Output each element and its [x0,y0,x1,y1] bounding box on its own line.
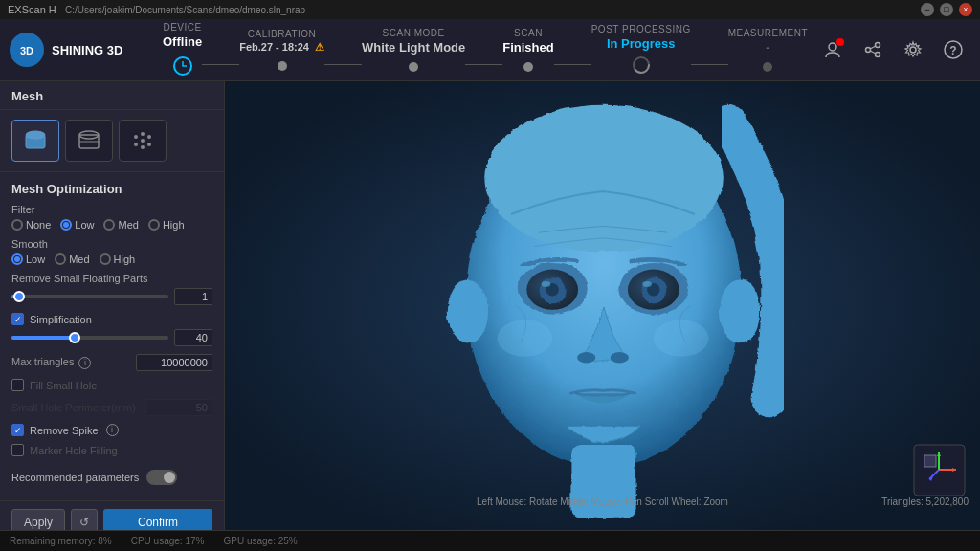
filter-row: Filter None Low Med [11,204,212,231]
svg-point-19 [134,135,138,139]
step-post-processing[interactable]: Post Processing In Progress [591,24,691,77]
filter-low[interactable]: Low [60,219,94,231]
simplification-checkbox[interactable] [11,313,24,325]
memory-status: Remaining memory: 8% [10,536,112,546]
hole-perimeter-input[interactable] [145,399,212,416]
svg-point-27 [483,103,723,251]
filter-high[interactable]: High [148,219,185,231]
step-scan-mode[interactable]: Scan Mode White Light Mode [362,28,465,72]
axis-svg [913,444,966,496]
smooth-low-radio[interactable] [11,253,23,265]
step-dot-calibration [278,61,287,71]
fill-hole-checkbox-row[interactable]: Fill Small Hole [11,379,212,391]
reset-button[interactable]: ↺ [71,509,98,530]
remove-floating-thumb[interactable] [13,291,25,302]
mesh-points-button[interactable] [119,120,167,162]
mesh-wireframe-button[interactable] [65,120,113,162]
smooth-radio-group: Low Med High [11,253,212,265]
marker-hole-checkbox[interactable] [11,444,24,456]
share-button[interactable] [858,34,888,65]
logo-text: SHINING 3D [52,43,122,57]
minimize-button[interactable]: − [921,3,934,16]
svg-point-21 [147,135,151,139]
remove-spike-checkbox-row[interactable]: Remove Spike i [11,424,212,436]
simplification-value[interactable]: 40 [174,329,212,346]
viewport-background [225,81,980,530]
fill-hole-checkbox[interactable] [11,379,24,391]
apply-button[interactable]: Apply [11,509,65,530]
max-triangles-info-icon: i [78,357,91,369]
window-controls: − □ × [921,3,972,16]
step-dot-measurement [763,62,772,72]
filter-none[interactable]: None [11,219,51,231]
sidebar-footer: Apply ↺ Confirm [0,500,224,530]
step-calibration[interactable]: Calibration Feb.27 - 18:24 ⚠ [239,29,324,71]
sidebar: Mesh [0,81,225,530]
simplification-row: Simplification 40 [11,313,212,346]
step-dot-scanmode [409,62,418,72]
close-button[interactable]: × [959,3,972,16]
simplification-thumb[interactable] [69,332,80,343]
svg-line-10 [870,51,876,54]
filter-low-radio[interactable] [60,219,72,231]
maximize-button[interactable]: □ [940,3,953,16]
header-icons: ? [817,34,980,65]
confirm-button[interactable]: Confirm [103,509,212,530]
svg-point-43 [718,278,758,342]
filter-high-radio[interactable] [148,219,160,231]
remove-floating-row: Remove Small Floating Parts 1 [11,273,212,305]
svg-point-22 [134,143,138,146]
step-dot-scan [523,62,533,72]
filter-med-radio[interactable] [103,219,115,231]
smooth-med-radio[interactable] [55,253,66,265]
filter-none-radio[interactable] [11,219,23,231]
optimization-title: Mesh Optimization [11,182,212,196]
gpu-status: GPU usage: 25% [223,536,297,546]
marker-hole-row: Marker Hole Filling [11,444,212,456]
statusbar: Remaining memory: 8% CPU usage: 17% GPU … [0,530,980,551]
viewport[interactable]: Left Mouse: Rotate Middle Mouse: Pan Scr… [225,81,980,530]
smooth-med[interactable]: Med [55,253,89,265]
svg-point-32 [541,281,550,287]
marker-hole-checkbox-row[interactable]: Marker Hole Filling [11,444,212,456]
step-device[interactable]: Device Offline [163,22,202,78]
hole-perimeter-input-row: Small Hole Perimeter(mm) [11,399,212,416]
warning-icon: ⚠ [315,41,324,54]
svg-rect-52 [924,455,936,467]
recommended-params-toggle[interactable] [146,470,177,485]
svg-point-40 [497,320,552,356]
step-scan[interactable]: Scan Finished [502,28,553,72]
svg-point-15 [26,131,45,139]
simplification-track[interactable] [11,336,168,340]
remove-spike-info-icon: i [106,424,119,436]
max-triangles-input[interactable] [136,354,212,371]
smooth-high-radio[interactable] [100,253,111,265]
remove-floating-value[interactable]: 1 [174,288,212,305]
remove-floating-track[interactable] [11,295,168,298]
max-triangles-row: Max triangles i [11,354,212,371]
mesh-icons-row [0,110,224,172]
smooth-high[interactable]: High [100,253,136,265]
filter-radio-group: None Low Med High [11,219,212,231]
workflow: Device Offline Calibration Feb.27 - 18:2… [153,22,817,78]
svg-point-42 [446,278,486,342]
help-button[interactable]: ? [938,34,969,65]
simplification-checkbox-row[interactable]: Simplification [11,313,212,325]
remove-spike-checkbox[interactable] [11,424,24,436]
filter-med[interactable]: Med [103,219,138,231]
notifications-button[interactable] [817,34,848,65]
step-measurement[interactable]: Measurement - [728,28,808,72]
mesh-solid-button[interactable] [11,120,59,162]
reset-icon: ↺ [79,516,89,529]
svg-point-38 [577,352,595,364]
smooth-low[interactable]: Low [11,253,45,265]
logo-icon: 3D [10,33,44,67]
settings-button[interactable] [898,34,928,65]
svg-point-7 [866,48,871,53]
person-alert-icon [823,40,842,59]
max-triangles-input-row: Max triangles i [11,354,212,371]
fill-hole-row: Fill Small Hole [11,379,212,391]
svg-text:?: ? [949,44,956,57]
mesh-wireframe-icon [76,127,102,154]
help-icon: ? [944,40,963,59]
